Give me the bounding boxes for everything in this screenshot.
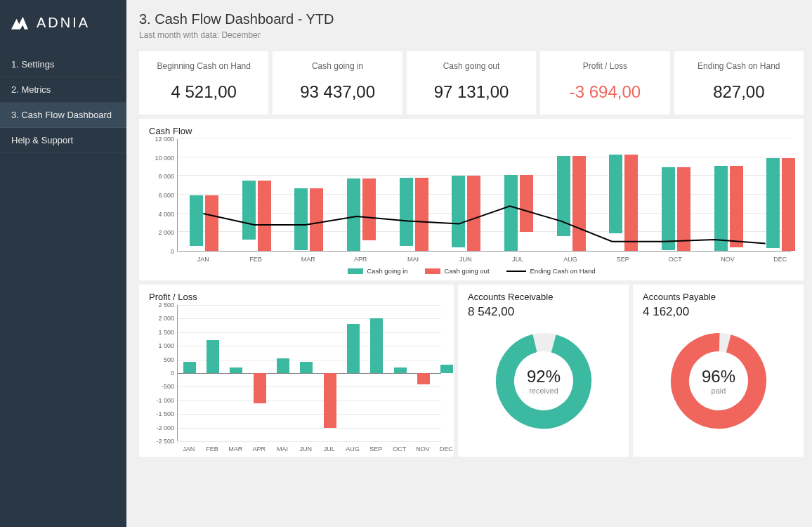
bar-out-JUL	[520, 175, 533, 232]
kpi-2: Cash going out97 131,00	[407, 51, 536, 115]
pbar-AUG	[347, 324, 360, 373]
kpi-0: Beginning Cash on Hand4 521,00	[139, 51, 268, 115]
bar-in-JUL	[504, 175, 518, 251]
pbar-SEP	[370, 318, 383, 373]
legend-in: Cash going in	[348, 267, 408, 275]
receivable-donut: 92%received	[468, 325, 619, 437]
cash-flow-title: Cash Flow	[149, 126, 794, 136]
bar-out-DEC	[782, 158, 795, 251]
legend-end: Ending Cash on Hand	[506, 267, 596, 275]
kpi-label: Cash going out	[415, 61, 528, 71]
bar-in-FEB	[242, 181, 256, 240]
donut-label: paid	[711, 386, 726, 395]
cash-flow-legend: Cash going in Cash going out Ending Cash…	[149, 263, 794, 276]
kpi-row: Beginning Cash on Hand4 521,00Cash going…	[139, 51, 804, 115]
receivable-title: Accounts Receivable	[468, 292, 619, 302]
pbar-DEC	[440, 365, 453, 373]
payable-panel: Accounts Payable 4 162,00 96%paid	[633, 285, 804, 457]
bar-out-JUN	[467, 176, 480, 251]
bar-out-AUG	[572, 156, 586, 251]
logo-icon	[11, 14, 32, 31]
pbar-APR	[254, 373, 266, 403]
brand-logo: ADNIA	[0, 10, 126, 52]
cash-flow-panel: Cash Flow 02 0004 0006 0008 00010 00012 …	[139, 119, 804, 280]
pbar-JUN	[300, 362, 313, 373]
kpi-4: Ending Cash on Hand827,00	[674, 51, 804, 115]
donut-label: received	[529, 386, 558, 395]
bar-in-DEC	[766, 158, 780, 248]
payable-donut: 96%paid	[643, 325, 794, 437]
profit-loss-chart: -2 500-2 000-1 500-1 000-50005001 0001 5…	[149, 305, 444, 453]
receivable-donut-svg: 92%received	[487, 325, 600, 437]
pbar-MAI	[277, 358, 289, 373]
receivable-value: 8 542,00	[468, 305, 619, 319]
sidebar-item-0[interactable]: 1. Settings	[0, 52, 126, 77]
profit-loss-panel: Profit / Loss -2 500-2 000-1 500-1 000-5…	[139, 285, 454, 457]
sidebar-item-3[interactable]: Help & Support	[0, 128, 126, 153]
kpi-label: Profit / Loss	[549, 61, 661, 71]
sidebar-item-2[interactable]: 3. Cash Flow Dashboard	[0, 103, 126, 128]
pbar-OCT	[394, 367, 407, 373]
pbar-JUL	[324, 373, 336, 428]
bar-out-JAN	[205, 195, 218, 251]
bar-out-OCT	[677, 167, 690, 251]
pbar-FEB	[207, 340, 219, 373]
bar-in-JUN	[452, 176, 465, 247]
brand-name: ADNIA	[37, 15, 90, 31]
kpi-label: Ending Cash on Hand	[683, 61, 795, 71]
main-content: 3. Cash Flow Dashboard - YTD Last month …	[126, 0, 812, 527]
bar-in-JAN	[190, 195, 203, 246]
pbar-MAR	[230, 367, 242, 373]
legend-out: Cash going out	[425, 267, 490, 275]
pbar-NOV	[417, 373, 430, 384]
bar-out-APR	[362, 178, 376, 240]
kpi-1: Cash going in93 437,00	[273, 51, 402, 115]
kpi-value: -3 694,00	[549, 82, 661, 102]
kpi-value: 97 131,00	[415, 82, 528, 102]
pbar-JAN	[183, 362, 196, 373]
bar-out-MAI	[415, 178, 428, 251]
bar-in-AUG	[557, 156, 570, 235]
bar-in-OCT	[662, 167, 675, 249]
bar-in-APR	[347, 178, 360, 251]
donut-pct: 92%	[526, 367, 560, 386]
bar-out-FEB	[258, 181, 271, 251]
payable-donut-svg: 96%paid	[662, 325, 775, 437]
sidebar-item-1[interactable]: 2. Metrics	[0, 77, 126, 103]
page-title: 3. Cash Flow Dashboard - YTD	[139, 11, 804, 27]
bar-out-MAR	[310, 188, 323, 251]
profit-loss-title: Profit / Loss	[149, 292, 444, 302]
payable-value: 4 162,00	[643, 305, 794, 319]
receivable-panel: Accounts Receivable 8 542,00 92%received	[458, 285, 629, 457]
donut-pct: 96%	[701, 367, 735, 386]
kpi-label: Cash going in	[281, 61, 393, 71]
bar-in-MAI	[400, 178, 413, 246]
kpi-value: 4 521,00	[148, 82, 260, 102]
kpi-value: 827,00	[683, 82, 795, 102]
payable-title: Accounts Payable	[643, 292, 794, 302]
bar-in-NOV	[714, 166, 728, 251]
kpi-value: 93 437,00	[281, 82, 393, 102]
cash-flow-chart: 02 0004 0006 0008 00010 00012 000JANFEBM…	[149, 139, 794, 263]
bar-in-MAR	[294, 188, 308, 250]
kpi-label: Beginning Cash on Hand	[148, 61, 260, 71]
kpi-3: Profit / Loss-3 694,00	[540, 51, 669, 115]
bar-out-SEP	[624, 155, 638, 251]
page-subtitle: Last month with data: December	[139, 30, 804, 40]
bar-in-SEP	[609, 155, 622, 233]
sidebar: ADNIA 1. Settings2. Metrics3. Cash Flow …	[0, 0, 126, 527]
bar-out-NOV	[730, 166, 743, 247]
